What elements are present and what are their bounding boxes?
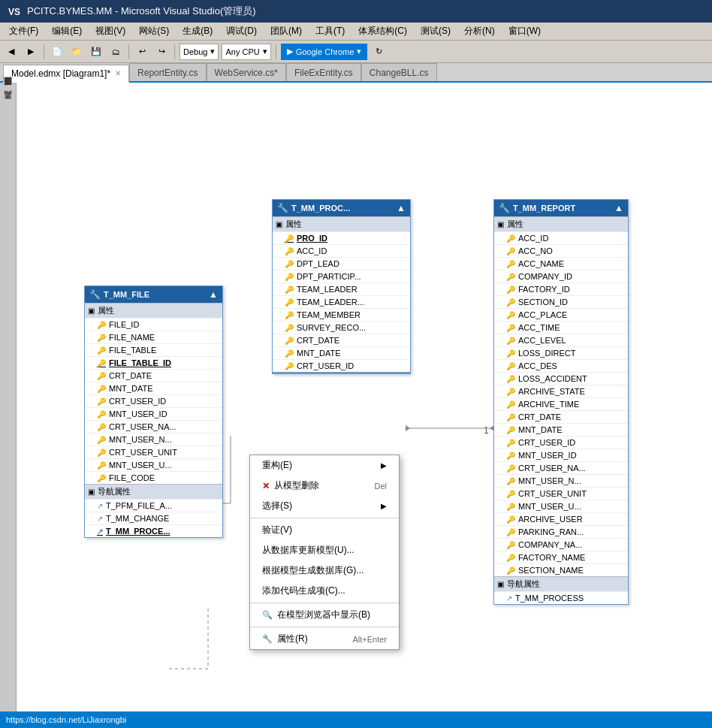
- entity-file-nav-header[interactable]: ▣ 导航属性: [85, 484, 222, 499]
- report-field-ACC_LEVEL[interactable]: 🔑ACC_LEVEL: [494, 334, 628, 346]
- file-field-MNT_USER_ID[interactable]: 🔑 MNT_USER_ID: [85, 407, 222, 420]
- tab-model-edmx[interactable]: Model.edmx [Diagram1]* ✕: [3, 65, 129, 83]
- menu-view[interactable]: 视图(V): [89, 23, 131, 39]
- entity-report-props-header[interactable]: ▣ 属性: [494, 216, 628, 231]
- proc-field-CRT_DATE[interactable]: 🔑 CRT_DATE: [273, 334, 410, 346]
- report-field-LOSS_DIRECT[interactable]: 🔑LOSS_DIRECT: [494, 346, 628, 359]
- file-field-CRT_USER_UNIT[interactable]: 🔑 CRT_USER_UNIT: [85, 446, 222, 458]
- entity-proc-props-header[interactable]: ▣ 属性: [273, 216, 410, 231]
- proc-field-TEAM_MEMBER[interactable]: 🔑 TEAM_MEMBER: [273, 308, 410, 321]
- refresh-button[interactable]: ↻: [370, 44, 387, 60]
- report-field-CRT_DATE[interactable]: 🔑CRT_DATE: [494, 410, 628, 423]
- menu-team[interactable]: 团队(M): [264, 23, 308, 39]
- report-nav-T_MM_PROCESS[interactable]: ↗ T_MM_PROCESS: [494, 591, 628, 604]
- ctx-show-in-browser[interactable]: 🔍 在模型浏览器中显示(B): [250, 605, 399, 625]
- file-field-FILE_TABLE[interactable]: 🔑 FILE_TABLE: [85, 343, 222, 356]
- menu-architecture[interactable]: 体系结构(C): [352, 23, 413, 39]
- entity-report-collapse[interactable]: ▲: [614, 203, 623, 213]
- proc-field-TEAM_LEADER2[interactable]: 🔑 TEAM_LEADER...: [273, 295, 410, 308]
- entity-proc[interactable]: 🔧 T_MM_PROC... ▲ ▣ 属性 🔑 PRO_ID 🔑 ACC_ID …: [272, 199, 411, 374]
- report-field-ACC_NAME[interactable]: 🔑ACC_NAME: [494, 257, 628, 270]
- undo-button[interactable]: ↩: [134, 44, 150, 60]
- back-button[interactable]: ◀: [3, 44, 20, 60]
- report-field-ACC_NO[interactable]: 🔑ACC_NO: [494, 244, 628, 257]
- ctx-delete[interactable]: ✕ 从模型删除 Del: [250, 476, 399, 496]
- menu-website[interactable]: 网站(S): [133, 23, 175, 39]
- proc-field-PRO_ID[interactable]: 🔑 PRO_ID: [273, 231, 410, 244]
- save-all-button[interactable]: 🗂: [107, 44, 124, 60]
- entity-report[interactable]: 🔧 T_MM_REPORT ▲ ▣ 属性 🔑ACC_ID 🔑ACC_NO 🔑AC…: [493, 199, 629, 605]
- file-field-FILE_CODE[interactable]: 🔑 FILE_CODE: [85, 471, 222, 484]
- open-button[interactable]: 📁: [68, 44, 85, 60]
- entity-proc-collapse[interactable]: ▲: [397, 203, 406, 213]
- report-field-PARKING_RAN[interactable]: 🔑PARKING_RAN...: [494, 525, 628, 538]
- report-field-SECTION_NAME[interactable]: 🔑SECTION_NAME: [494, 563, 628, 576]
- entity-file[interactable]: 🔧 T_MM_FILE ▲ ▣ 属性 🔑 FILE_ID 🔑 FILE_NAME…: [84, 285, 223, 538]
- report-field-CRT_USER_UNIT[interactable]: 🔑CRT_USER_UNIT: [494, 487, 628, 500]
- file-field-FILE_NAME[interactable]: 🔑 FILE_NAME: [85, 331, 222, 343]
- report-field-ARCHIVE_TIME[interactable]: 🔑ARCHIVE_TIME: [494, 397, 628, 410]
- ctx-select[interactable]: 选择(S) ▶: [250, 496, 399, 516]
- report-field-MNT_USER_U[interactable]: 🔑MNT_USER_U...: [494, 500, 628, 512]
- forward-button[interactable]: ▶: [23, 44, 39, 60]
- entity-file-collapse[interactable]: ▲: [209, 289, 218, 300]
- report-field-COMPANY_ID[interactable]: 🔑COMPANY_ID: [494, 270, 628, 282]
- ctx-add-codegen[interactable]: 添加代码生成项(C)...: [250, 581, 399, 601]
- menu-test[interactable]: 测试(S): [415, 23, 457, 39]
- report-field-FACTORY_ID[interactable]: 🔑FACTORY_ID: [494, 282, 628, 295]
- tab-model-edmx-close[interactable]: ✕: [115, 69, 121, 77]
- menu-build[interactable]: 生成(B): [176, 23, 219, 39]
- file-field-FILE_ID[interactable]: 🔑 FILE_ID: [85, 318, 222, 331]
- entity-proc-props-toggle[interactable]: ▣: [276, 220, 282, 228]
- tab-fileex-entity[interactable]: FileExEntity.cs: [286, 63, 361, 81]
- menu-file[interactable]: 文件(F): [3, 23, 44, 39]
- proc-field-DPT_PARTICIP[interactable]: 🔑 DPT_PARTICIP...: [273, 270, 410, 282]
- file-field-FILE_TABLE_ID[interactable]: 🔑 FILE_TABLE_ID: [85, 356, 222, 369]
- report-field-ACC_ID[interactable]: 🔑ACC_ID: [494, 231, 628, 244]
- debug-mode-dropdown[interactable]: Debug ▾: [180, 44, 219, 60]
- new-button[interactable]: 📄: [49, 44, 65, 60]
- entity-report-props-toggle[interactable]: ▣: [497, 220, 504, 228]
- entity-file-props-header[interactable]: ▣ 属性: [85, 303, 222, 318]
- platform-dropdown[interactable]: Any CPU ▾: [222, 44, 270, 60]
- file-field-MNT_USER_U[interactable]: 🔑 MNT_USER_U...: [85, 458, 222, 471]
- menu-tools[interactable]: 工具(T): [309, 23, 351, 39]
- report-field-CRT_USER_ID[interactable]: 🔑CRT_USER_ID: [494, 436, 628, 449]
- report-field-ACC_TIME[interactable]: 🔑ACC_TIME: [494, 321, 628, 334]
- report-field-MNT_DATE[interactable]: 🔑MNT_DATE: [494, 423, 628, 436]
- menu-debug[interactable]: 调试(D): [220, 23, 263, 39]
- file-nav-T_MM_CHANGE[interactable]: ↗ T_MM_CHANGE: [85, 512, 222, 524]
- tab-webservice[interactable]: WebService.cs*: [207, 63, 286, 81]
- menu-window[interactable]: 窗口(W): [502, 23, 547, 39]
- ctx-properties[interactable]: 🔧 属性(R) Alt+Enter: [250, 629, 399, 649]
- report-field-MNT_USER_N[interactable]: 🔑MNT_USER_N...: [494, 474, 628, 487]
- proc-field-TEAM_LEADER[interactable]: 🔑 TEAM_LEADER: [273, 282, 410, 295]
- proc-field-DPT_LEAD[interactable]: 🔑 DPT_LEAD: [273, 257, 410, 270]
- diagram-canvas[interactable]: * 1 🔧 T_MM_FILE ▲ ▣ 属性 🔑 FILE_ID: [17, 83, 712, 711]
- report-field-SECTION_ID[interactable]: 🔑SECTION_ID: [494, 295, 628, 308]
- redo-button[interactable]: ↪: [153, 44, 170, 60]
- report-field-ACC_PLACE[interactable]: 🔑ACC_PLACE: [494, 308, 628, 321]
- proc-field-SURVEY_RECO[interactable]: 🔑 SURVEY_RECO...: [273, 321, 410, 334]
- run-button[interactable]: ▶ Google Chrome ▾: [281, 44, 368, 60]
- entity-file-nav-toggle[interactable]: ▣: [88, 488, 95, 496]
- report-field-COMPANY_NA[interactable]: 🔑COMPANY_NA...: [494, 538, 628, 551]
- report-field-FACTORY_NAME[interactable]: 🔑FACTORY_NAME: [494, 551, 628, 563]
- file-nav-T_MM_PROCE[interactable]: ↗ T_MM_PROCE...: [85, 524, 222, 537]
- menu-edit[interactable]: 编辑(E): [46, 23, 88, 39]
- tab-report-entity[interactable]: ReportEntity.cs: [129, 63, 206, 81]
- file-field-MNT_DATE[interactable]: 🔑 MNT_DATE: [85, 382, 222, 394]
- save-button[interactable]: 💾: [88, 44, 104, 60]
- proc-field-ACC_ID[interactable]: 🔑 ACC_ID: [273, 244, 410, 257]
- entity-report-nav-header[interactable]: ▣ 导航属性: [494, 576, 628, 591]
- file-field-CRT_USER_NA[interactable]: 🔑 CRT_USER_NA...: [85, 420, 222, 433]
- entity-file-props-toggle[interactable]: ▣: [88, 307, 95, 315]
- report-field-ARCHIVE_USER[interactable]: 🔑ARCHIVE_USER: [494, 512, 628, 525]
- file-field-MNT_USER_N[interactable]: 🔑 MNT_USER_N...: [85, 433, 222, 446]
- ctx-gen-db[interactable]: 根据模型生成数据库(G)...: [250, 560, 399, 581]
- report-field-CRT_USER_NA[interactable]: 🔑CRT_USER_NA...: [494, 461, 628, 474]
- side-tab-toolbox[interactable]: 工具箱: [1, 99, 15, 111]
- ctx-refactor[interactable]: 重构(E) ▶: [250, 455, 399, 476]
- file-field-CRT_DATE[interactable]: 🔑 CRT_DATE: [85, 369, 222, 382]
- report-field-LOSS_ACCIDENT[interactable]: 🔑LOSS_ACCIDENT: [494, 372, 628, 385]
